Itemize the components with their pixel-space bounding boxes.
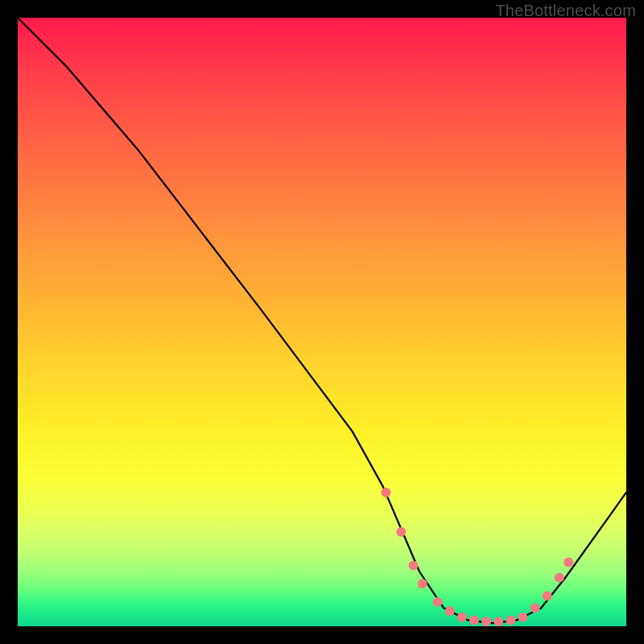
plot-area — [18, 18, 626, 626]
marker-dot — [493, 617, 503, 626]
marker-dot — [381, 488, 390, 497]
marker-dot — [506, 615, 515, 625]
marker-dot — [543, 591, 552, 601]
marker-dot — [469, 615, 479, 625]
watermark-text: TheBottleneck.com — [495, 2, 636, 20]
marker-dots — [381, 488, 573, 626]
marker-dot — [555, 573, 564, 583]
marker-dot — [445, 606, 455, 616]
line-series — [18, 18, 626, 623]
marker-dot — [418, 579, 427, 588]
marker-dot — [564, 558, 573, 568]
marker-dot — [408, 560, 418, 570]
chart-frame: TheBottleneck.com — [0, 0, 644, 644]
marker-dot — [457, 613, 467, 622]
marker-dot — [396, 527, 406, 537]
marker-dot — [530, 603, 540, 613]
chart-svg — [18, 18, 626, 626]
curve-line — [18, 18, 626, 623]
marker-dot — [433, 597, 443, 607]
marker-dot — [481, 617, 491, 626]
marker-dot — [518, 613, 528, 622]
